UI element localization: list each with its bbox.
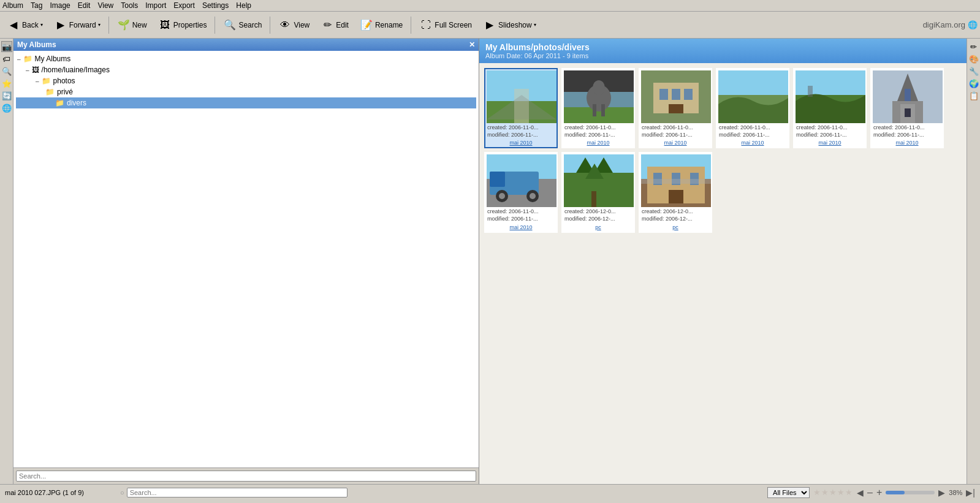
svg-rect-24 [905, 89, 911, 101]
photo-tag-7[interactable]: mai 2010 [487, 224, 555, 230]
photo-meta-6: created: 2006-11-0...modified: 2006-11-.… [873, 123, 941, 140]
rename-icon: 📝 [360, 18, 373, 32]
tree-item-home-images[interactable]: – 🖼 /home/luaine/Images [16, 64, 476, 75]
rename-button[interactable]: 📝 Rename [355, 16, 407, 34]
edit-button[interactable]: ✏ Edit [316, 16, 353, 34]
search-button[interactable]: 🔍 Search [219, 16, 266, 34]
photo-item-9[interactable]: created: 2006-12-0...modified: 2006-12-.… [639, 152, 712, 232]
photo-tag-1[interactable]: mai 2010 [487, 140, 555, 146]
search-icon: 🔍 [223, 18, 237, 32]
photo-tag-3[interactable]: mai 2010 [641, 140, 710, 146]
photo-item-7[interactable]: created: 2006-11-0...modified: 2006-11-.… [484, 152, 558, 232]
zoom-in-icon[interactable]: + [876, 487, 882, 498]
photo-item-1[interactable]: created: 2006-11-0...modified: 2006-11-.… [484, 68, 558, 148]
menu-album[interactable]: Album [2, 1, 23, 10]
photo-tag-6[interactable]: mai 2010 [873, 140, 941, 146]
tree-item-photos[interactable]: – 📁 photos [16, 75, 476, 86]
photo-tag-4[interactable]: mai 2010 [718, 140, 787, 146]
divers-folder-icon: 📁 [55, 99, 64, 107]
right-sidebar-icon-5[interactable]: 📋 [968, 90, 979, 101]
toolbar: ◀ Back ▾ ▶ Forward ▾ 🌱 New 🖼 Properties … [0, 12, 980, 39]
left-search-input[interactable] [16, 471, 476, 482]
tree-item-my-albums[interactable]: – 📁 My Albums [16, 53, 476, 64]
photo-meta-9: created: 2006-12-0...modified: 2006-12-.… [641, 207, 710, 224]
app-logo: digiKam.org 🌐 [923, 20, 978, 29]
svg-rect-14 [684, 89, 693, 100]
left-panel-close-button[interactable]: ✕ [469, 40, 475, 49]
statusbar-search-area: ○ [120, 488, 762, 497]
toolbar-separator-4 [411, 17, 411, 34]
photo-tag-8[interactable]: pc [564, 224, 632, 230]
new-button[interactable]: 🌱 New [113, 16, 151, 34]
properties-icon: 🖼 [158, 18, 172, 32]
photo-item-8[interactable]: created: 2006-12-0...modified: 2006-12-.… [561, 152, 635, 232]
svg-rect-16 [718, 70, 788, 95]
tree-expand-home: – [26, 67, 29, 74]
file-info: mai 2010 027.JPG (1 of 9) [5, 489, 115, 496]
zoom-out-icon[interactable]: – [867, 487, 873, 498]
svg-rect-49 [641, 179, 711, 184]
new-icon: 🌱 [117, 18, 131, 32]
statusbar-search-input[interactable] [127, 488, 348, 497]
svg-rect-20 [808, 86, 813, 97]
menu-edit[interactable]: Edit [78, 1, 91, 10]
properties-button[interactable]: 🖼 Properties [154, 16, 211, 34]
photo-item-2[interactable]: created: 2006-11-0...modified: 2006-11-.… [561, 68, 635, 148]
photo-item-3[interactable]: created: 2006-11-0...modified: 2006-11-.… [639, 68, 712, 148]
menu-view[interactable]: View [97, 1, 113, 10]
menu-image[interactable]: Image [50, 1, 70, 10]
menu-export[interactable]: Export [173, 1, 195, 10]
photos-folder-icon: 📁 [42, 77, 51, 85]
file-filter-select[interactable]: All Files [767, 487, 810, 498]
nav-end-icon[interactable]: ▶| [966, 488, 975, 497]
photo-meta-3: created: 2006-11-0...modified: 2006-11-.… [641, 123, 710, 140]
right-sidebar-icon-1[interactable]: ✏ [968, 41, 979, 52]
back-arrow-icon: ▾ [40, 22, 43, 28]
svg-point-7 [593, 80, 605, 95]
right-sidebar-icon-3[interactable]: 🔧 [968, 66, 979, 77]
zoom-slider[interactable] [886, 491, 935, 494]
tree-label-home-images: /home/luaine/Images [42, 66, 110, 74]
prive-folder-icon: 📁 [45, 88, 55, 96]
right-sidebar-icon-4[interactable]: 🌍 [968, 78, 979, 89]
forward-button[interactable]: ▶ Forward ▾ [50, 16, 105, 34]
menu-import[interactable]: Import [145, 1, 166, 10]
left-search-area [13, 467, 479, 484]
photo-item-4[interactable]: created: 2006-11-0...modified: 2006-11-.… [716, 68, 789, 148]
menu-settings[interactable]: Settings [202, 1, 229, 10]
right-sidebar: ✏ 🎨 🔧 🌍 📋 [967, 39, 980, 484]
svg-point-33 [499, 193, 505, 199]
photo-meta-8: created: 2006-12-0...modified: 2006-12-.… [564, 207, 632, 224]
tree-item-divers[interactable]: 📁 divers [16, 97, 476, 108]
sidebar-icon-search[interactable]: 🔍 [1, 66, 12, 77]
menu-tools[interactable]: Tools [121, 1, 138, 10]
sidebar-icon-map[interactable]: 🌐 [1, 102, 12, 113]
tree-item-prive[interactable]: 📁 privé [16, 86, 476, 97]
nav-next-icon[interactable]: ▶ [938, 488, 945, 497]
svg-rect-48 [669, 190, 683, 203]
menu-tag[interactable]: Tag [31, 1, 42, 10]
back-button[interactable]: ◀ Back ▾ [2, 16, 47, 34]
right-sidebar-icon-2[interactable]: 🎨 [968, 53, 979, 64]
nav-prev-icon[interactable]: ◀ [857, 488, 864, 497]
photo-thumbnail-1 [487, 70, 556, 123]
star-rating[interactable]: ★★★★★ [813, 488, 853, 497]
tree-label-photos: photos [53, 77, 75, 85]
sidebar-icon-albums[interactable]: 📷 [1, 41, 12, 52]
zoom-percentage: 38% [949, 489, 962, 496]
fullscreen-button[interactable]: ⛶ Full Screen [415, 16, 476, 34]
photo-thumbnail-6 [873, 70, 943, 123]
photo-tag-9[interactable]: pc [641, 224, 710, 230]
sidebar-icon-tags[interactable]: 🏷 [1, 53, 12, 64]
slideshow-button[interactable]: ▶ Slideshow ▾ [479, 16, 541, 34]
photo-tag-5[interactable]: mai 2010 [796, 140, 864, 146]
photo-item-6[interactable]: created: 2006-11-0...modified: 2006-11-.… [870, 68, 944, 148]
view-button[interactable]: 👁 View [274, 16, 314, 34]
sidebar-icon-timeline[interactable]: 🔄 [1, 90, 12, 101]
photo-tag-2[interactable]: mai 2010 [564, 140, 632, 146]
menu-help[interactable]: Help [236, 1, 251, 10]
photo-item-5[interactable]: created: 2006-11-0...modified: 2006-11-.… [793, 68, 867, 148]
statusbar: mai 2010 027.JPG (1 of 9) ○ All Files ★★… [0, 484, 980, 500]
edit-icon: ✏ [321, 18, 334, 32]
sidebar-icon-favorites[interactable]: ⭐ [1, 78, 12, 89]
